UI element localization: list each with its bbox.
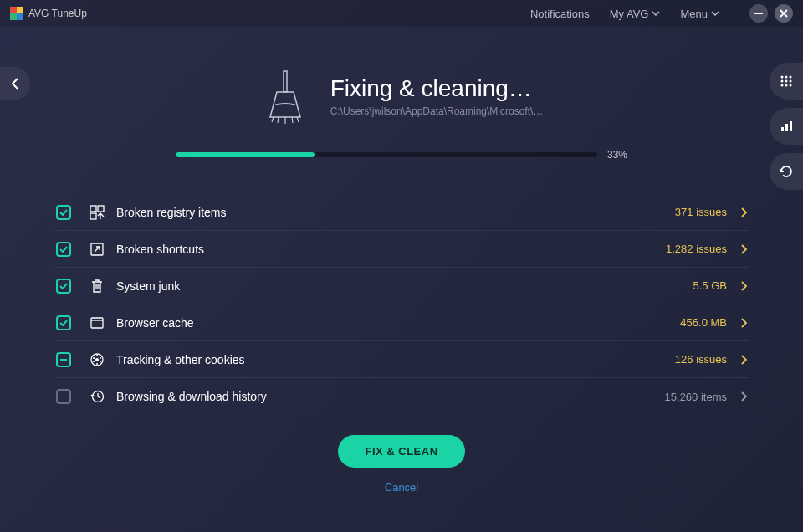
hero: Fixing & cleaning… C:\Users\jwilson\AppD… <box>0 67 803 161</box>
svg-point-11 <box>781 84 784 87</box>
list-item: System junk5.5 GB <box>54 268 749 304</box>
svg-point-28 <box>93 361 95 362</box>
item-value: 126 issues <box>675 353 727 366</box>
item-label: Broken shortcuts <box>116 243 204 256</box>
apps-grid-button[interactable] <box>770 63 803 100</box>
titlebar-nav: Notifications My AVG Menu <box>530 4 793 23</box>
svg-rect-1 <box>17 7 23 13</box>
item-value: 371 issues <box>675 206 727 218</box>
shortcut-icon <box>90 242 105 257</box>
broom-icon <box>260 67 310 125</box>
stats-button[interactable] <box>770 108 803 145</box>
grid-icon <box>780 74 793 88</box>
item-label: System junk <box>116 279 180 293</box>
svg-point-27 <box>96 363 98 365</box>
item-checkbox[interactable] <box>56 279 71 294</box>
list-item: Broken registry items371 issues <box>54 194 749 231</box>
page-title: Fixing & cleaning… <box>330 75 544 102</box>
minimize-icon <box>754 13 763 14</box>
undo-icon <box>779 164 794 179</box>
item-checkbox[interactable] <box>56 352 71 367</box>
svg-point-29 <box>93 357 95 359</box>
my-avg-dropdown[interactable]: My AVG <box>610 8 661 20</box>
chevron-down-icon <box>711 11 719 16</box>
svg-point-26 <box>100 361 101 362</box>
svg-point-5 <box>781 76 784 79</box>
side-tools <box>770 63 803 190</box>
menu-label: Menu <box>680 8 708 20</box>
history-button[interactable] <box>770 153 803 190</box>
app-logo: AVG TuneUp <box>10 7 87 20</box>
svg-rect-4 <box>754 13 763 14</box>
list-item: Browsing & download history15,260 items <box>54 378 749 415</box>
avg-logo-icon <box>10 7 23 20</box>
svg-rect-19 <box>90 213 96 219</box>
svg-point-13 <box>790 84 792 87</box>
chevron-right-icon[interactable] <box>740 318 747 328</box>
svg-point-25 <box>100 357 101 359</box>
browser-icon <box>90 315 105 330</box>
svg-point-9 <box>785 80 788 83</box>
menu-dropdown[interactable]: Menu <box>680 8 719 20</box>
cancel-link[interactable]: Cancel <box>385 481 418 494</box>
close-button[interactable] <box>775 4 793 23</box>
svg-point-12 <box>785 84 788 87</box>
item-value: 15,260 items <box>665 391 727 403</box>
item-checkbox[interactable] <box>56 242 71 257</box>
svg-rect-16 <box>790 121 792 131</box>
fix-and-clean-button[interactable]: FIX & CLEAN <box>338 435 464 468</box>
list-item: Broken shortcuts1,282 issues <box>54 231 749 268</box>
svg-point-23 <box>95 358 99 361</box>
item-value: 1,282 issues <box>666 243 727 255</box>
issues-list: Broken registry items371 issuesBroken sh… <box>54 194 749 415</box>
app-name: AVG TuneUp <box>28 8 87 19</box>
item-label: Browser cache <box>116 316 194 330</box>
progress-bar <box>176 152 597 157</box>
chevron-right-icon[interactable] <box>740 355 747 365</box>
svg-rect-0 <box>10 7 17 13</box>
svg-rect-18 <box>98 206 104 212</box>
svg-point-10 <box>790 80 792 83</box>
chevron-right-icon[interactable] <box>740 244 747 254</box>
current-path: C:\Users\jwilson\AppData\Roaming\Microso… <box>330 105 544 117</box>
item-checkbox[interactable] <box>56 389 71 404</box>
item-label: Broken registry items <box>116 206 226 219</box>
item-value: 456.0 MB <box>680 316 727 329</box>
my-avg-label: My AVG <box>610 8 649 20</box>
svg-rect-21 <box>91 318 103 328</box>
actions: FIX & CLEAN Cancel <box>0 435 803 494</box>
svg-point-6 <box>785 76 788 79</box>
chevron-left-icon <box>11 78 19 90</box>
chevron-right-icon[interactable] <box>740 207 747 217</box>
history-icon <box>90 389 105 404</box>
svg-point-8 <box>781 80 784 83</box>
item-value: 5.5 GB <box>693 279 727 292</box>
bar-chart-icon <box>780 120 793 133</box>
svg-rect-14 <box>781 127 784 131</box>
progress-percent: 33% <box>607 149 627 161</box>
chevron-down-icon <box>652 11 660 16</box>
trash-icon <box>90 279 105 294</box>
svg-rect-15 <box>785 124 788 131</box>
item-label: Tracking & other cookies <box>116 353 245 366</box>
progress: 33% <box>176 149 627 161</box>
minimize-button[interactable] <box>749 4 768 23</box>
cookie-icon <box>90 352 105 367</box>
item-checkbox[interactable] <box>56 315 71 330</box>
titlebar: AVG TuneUp Notifications My AVG Menu <box>0 0 803 27</box>
chevron-right-icon[interactable] <box>740 391 747 402</box>
notifications-link[interactable]: Notifications <box>530 8 590 20</box>
svg-rect-2 <box>10 13 17 20</box>
list-item: Browser cache456.0 MB <box>54 304 749 341</box>
registry-icon <box>90 205 105 220</box>
progress-fill <box>176 152 315 157</box>
svg-point-7 <box>790 76 792 79</box>
chevron-right-icon[interactable] <box>740 281 747 291</box>
close-icon <box>780 9 788 18</box>
svg-point-24 <box>96 355 98 356</box>
item-label: Browsing & download history <box>116 390 267 403</box>
list-item: Tracking & other cookies126 issues <box>54 341 749 378</box>
svg-rect-3 <box>17 13 23 20</box>
item-checkbox[interactable] <box>56 205 71 220</box>
svg-rect-17 <box>90 206 96 212</box>
